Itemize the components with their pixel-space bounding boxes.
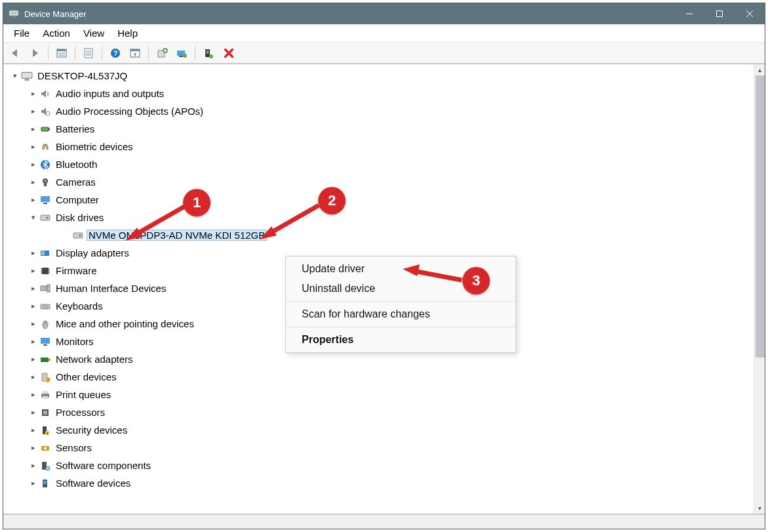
chevron-right-icon[interactable]: ▸	[28, 177, 39, 188]
menu-view[interactable]: View	[77, 25, 111, 41]
chevron-right-icon[interactable]: ▸	[28, 460, 39, 471]
update-driver-button[interactable]	[153, 45, 171, 62]
forward-button[interactable]	[26, 45, 44, 62]
context-uninstall-device[interactable]: Uninstall device	[286, 279, 515, 298]
tree-node-apos[interactable]: ▸ Audio Processing Objects (APOs)	[3, 102, 754, 120]
scroll-thumb[interactable]	[756, 75, 765, 358]
tree-node-cameras[interactable]: ▸ Cameras	[3, 173, 754, 191]
svg-rect-53	[41, 286, 47, 291]
tree-node-other[interactable]: ▸ ? Other devices	[3, 368, 754, 386]
menu-file[interactable]: File	[7, 25, 36, 41]
uninstall-device-button[interactable]	[172, 45, 191, 62]
context-update-driver[interactable]: Update driver	[286, 259, 515, 279]
menu-action[interactable]: Action	[36, 25, 77, 41]
chevron-right-icon[interactable]: ▸	[28, 407, 39, 418]
tree-node-sw-components[interactable]: ▸ Software components	[3, 457, 754, 474]
chevron-right-icon[interactable]: ▸	[28, 142, 39, 152]
tree-label: Processors	[56, 407, 105, 417]
scroll-up-arrow-icon[interactable]: ▴	[754, 64, 765, 75]
chevron-right-icon[interactable]: ▸	[28, 124, 39, 134]
tree-node-network[interactable]: ▸ Network adapters	[3, 350, 754, 368]
sensor-icon	[39, 441, 52, 455]
chevron-right-icon[interactable]: ▸	[28, 478, 39, 489]
tree-node-sensors[interactable]: ▸ Sensors	[3, 439, 754, 457]
chevron-right-icon[interactable]: ▸	[28, 301, 39, 312]
tree-label: Security devices	[56, 425, 127, 435]
menu-bar: File Action View Help	[3, 24, 765, 43]
chevron-right-icon[interactable]: ▸	[28, 390, 39, 400]
show-hide-console-tree-button[interactable]	[52, 45, 71, 62]
tree-node-batteries[interactable]: ▸ Batteries	[3, 120, 754, 138]
vertical-scrollbar[interactable]: ▴ ▾	[754, 64, 765, 514]
chevron-right-icon[interactable]: ▸	[28, 425, 39, 436]
chevron-down-icon[interactable]: ▾	[10, 71, 20, 81]
chevron-right-icon[interactable]: ▸	[28, 89, 39, 99]
chevron-right-icon[interactable]: ▸	[28, 283, 39, 294]
fingerprint-icon	[39, 140, 52, 153]
enable-device-button[interactable]	[199, 45, 218, 62]
tree-label: Audio Processing Objects (APOs)	[56, 106, 203, 116]
svg-rect-46	[42, 268, 49, 274]
svg-rect-10	[57, 49, 66, 51]
scroll-down-arrow-icon[interactable]: ▾	[754, 502, 765, 514]
tree-node-bluetooth[interactable]: ▸ Bluetooth	[3, 155, 754, 173]
close-button[interactable]	[735, 3, 765, 24]
chevron-right-icon[interactable]: ▸	[28, 337, 39, 347]
tree-node-security[interactable]: ▸ Security devices	[3, 421, 754, 439]
svg-rect-29	[22, 72, 32, 78]
tree-label: Bluetooth	[56, 159, 97, 169]
camera-icon	[39, 176, 52, 189]
tree-root[interactable]: ▾ DESKTOP-4L537JQ	[3, 67, 754, 85]
chevron-right-icon[interactable]: ▸	[28, 195, 39, 205]
svg-rect-71	[43, 411, 47, 415]
maximize-button[interactable]	[704, 3, 735, 24]
menu-help[interactable]: Help	[111, 25, 144, 41]
tree-node-nvme[interactable]: ▸ NVMe OM3PDP3-AD NVMe KDI 512GB	[3, 226, 754, 244]
window-controls	[674, 3, 765, 24]
tree-label: Mice and other pointing devices	[56, 319, 194, 329]
chevron-right-icon[interactable]: ▸	[28, 106, 39, 117]
printer-icon	[39, 388, 52, 401]
tree-root-label: DESKTOP-4L537JQ	[37, 71, 127, 81]
chevron-right-icon[interactable]: ▸	[28, 354, 39, 365]
minimize-button[interactable]	[674, 3, 704, 24]
tree-label: Biometric devices	[56, 142, 133, 152]
chevron-right-icon[interactable]: ▸	[28, 266, 39, 276]
chevron-right-icon[interactable]: ▸	[28, 372, 39, 382]
chevron-right-icon[interactable]: ▸	[28, 248, 39, 258]
svg-rect-68	[43, 391, 48, 394]
help-button[interactable]: ?	[106, 45, 125, 62]
context-scan-hardware[interactable]: Scan for hardware changes	[286, 304, 515, 324]
tree-label: Audio inputs and outputs	[56, 89, 164, 98]
tree-node-audio-io[interactable]: ▸ Audio inputs and outputs	[3, 85, 754, 102]
action-pane-button[interactable]	[126, 45, 144, 62]
tree-label: Software devices	[56, 478, 131, 488]
software-component-icon	[39, 459, 52, 472]
disable-device-button[interactable]	[219, 45, 239, 62]
tree-node-sw-devices[interactable]: ▸ Software devices	[3, 474, 754, 492]
chevron-down-icon[interactable]: ▾	[28, 213, 39, 223]
svg-rect-62	[41, 358, 49, 362]
app-icon	[9, 9, 19, 19]
chevron-right-icon[interactable]: ▸	[28, 443, 39, 453]
chevron-right-icon[interactable]: ▸	[28, 319, 39, 329]
toolbar-separator	[148, 46, 149, 60]
tree-node-print[interactable]: ▸ Print queues	[3, 386, 754, 403]
back-button[interactable]	[6, 45, 24, 62]
context-properties[interactable]: Properties	[286, 330, 515, 350]
context-menu-separator	[287, 327, 515, 327]
chevron-right-icon[interactable]: ▸	[28, 159, 39, 170]
svg-point-43	[79, 234, 81, 237]
properties-button[interactable]	[79, 45, 98, 62]
svg-rect-80	[43, 481, 47, 484]
svg-rect-40	[41, 215, 50, 220]
toolbar-separator	[102, 46, 102, 60]
title-bar: Device Manager	[3, 3, 765, 24]
svg-rect-30	[25, 79, 30, 80]
tree-label: Keyboards	[56, 301, 103, 311]
tree-node-disk-drives[interactable]: ▾ Disk drives	[3, 209, 754, 226]
mouse-icon	[39, 317, 52, 331]
tree-node-processors[interactable]: ▸ Processors	[3, 403, 754, 421]
tree-node-biometric[interactable]: ▸ Biometric devices	[3, 138, 754, 155]
tree-node-computer[interactable]: ▸ Computer	[3, 191, 754, 209]
